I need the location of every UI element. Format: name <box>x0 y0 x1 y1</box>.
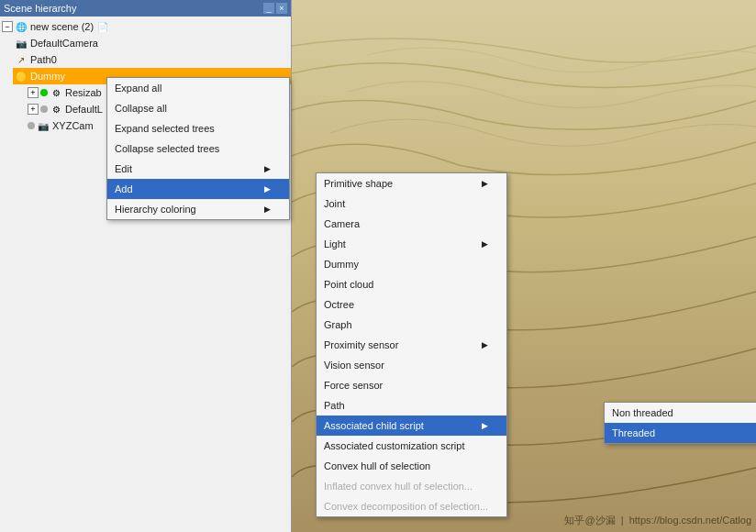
tree-item-defaultcamera[interactable]: 📷 DefaultCamera <box>13 35 291 51</box>
menu-inflated-convex-hull[interactable]: Inflated convex hull of selection... <box>317 476 506 496</box>
context-menu-3: Non threaded Threaded <box>604 402 756 444</box>
scene-icon: 🌐 <box>15 20 28 33</box>
tree-label-defaultl: DefaultL <box>65 104 103 115</box>
menu-edit-arrow: ▶ <box>264 164 271 173</box>
tree-label-resizab: Resizab <box>65 87 102 98</box>
menu-convex-hull[interactable]: Convex hull of selection <box>317 456 506 476</box>
xyzcam-icon: 📷 <box>37 119 50 132</box>
status-dot-defaultl <box>40 105 48 113</box>
menu-edit[interactable]: Edit ▶ <box>107 159 289 179</box>
menu-camera[interactable]: Camera <box>317 214 506 234</box>
scene-file-icon: 📄 <box>97 22 108 32</box>
watermark-url: https://blog.csdn.net/Catlog <box>629 515 751 526</box>
menu-convex-decomposition[interactable]: Convex decomposition of selection... <box>317 496 506 516</box>
menu-primitive-shape[interactable]: Primitive shape ▶ <box>317 173 506 194</box>
menu-light-arrow: ▶ <box>482 239 488 249</box>
menu-force-sensor[interactable]: Force sensor <box>317 375 506 395</box>
dummy-icon: 🟡 <box>15 70 28 83</box>
tree-item-path0[interactable]: ↗ Path0 <box>13 51 291 68</box>
defaultl-icon: ⚙ <box>50 103 62 116</box>
camera-icon: 📷 <box>15 37 28 50</box>
status-dot-resizab <box>40 89 48 96</box>
context-menu-2: Primitive shape ▶ Joint Camera Light ▶ D… <box>316 172 507 517</box>
menu-light[interactable]: Light ▶ <box>317 234 506 254</box>
menu-associated-customization-script[interactable]: Associated customization script <box>317 436 506 456</box>
menu-hierarchy-arrow: ▶ <box>264 205 271 214</box>
menu-octree[interactable]: Octree <box>317 294 506 315</box>
menu-hierarchy-coloring[interactable]: Hierarchy coloring ▶ <box>107 199 289 219</box>
menu-threaded[interactable]: Threaded <box>605 423 756 443</box>
close-button[interactable]: × <box>276 3 287 14</box>
tree-label-dummy: Dummy <box>30 71 65 82</box>
menu-add-arrow: ▶ <box>264 184 271 194</box>
menu-graph[interactable]: Graph <box>317 315 506 335</box>
menu-vision-sensor[interactable]: Vision sensor <box>317 355 506 375</box>
tree-root-label: new scene (2) <box>30 21 94 32</box>
status-dot-xyzcam <box>28 122 35 129</box>
menu-associated-child-script[interactable]: Associated child script ▶ <box>317 416 506 436</box>
expand-btn-defaultl[interactable]: + <box>28 104 39 115</box>
menu-add[interactable]: Add ▶ <box>107 179 289 199</box>
tree-label-path0: Path0 <box>30 54 57 65</box>
tree-root[interactable]: − 🌐 new scene (2) 📄 <box>0 18 291 35</box>
expand-btn-root[interactable]: − <box>2 21 13 32</box>
context-menu-1: Expand all Collapse all Expand selected … <box>106 77 290 220</box>
tree-label-xyzcam: XYZCam <box>52 120 94 131</box>
menu-path[interactable]: Path <box>317 395 506 416</box>
menu-proximity-sensor[interactable]: Proximity sensor ▶ <box>317 335 506 355</box>
minimize-button[interactable]: _ <box>263 3 274 14</box>
path-icon: ↗ <box>15 53 28 66</box>
menu-primitive-arrow: ▶ <box>482 179 488 188</box>
scene-title: Scene hierarchy <box>4 3 77 14</box>
menu-child-script-arrow: ▶ <box>482 421 488 430</box>
tree-label-defaultcamera: DefaultCamera <box>30 38 98 49</box>
menu-expand-selected[interactable]: Expand selected trees <box>107 118 289 139</box>
menu-point-cloud[interactable]: Point cloud <box>317 274 506 294</box>
menu-dummy[interactable]: Dummy <box>317 254 506 274</box>
watermark: 知乎@沙漏 | https://blog.csdn.net/Catlog <box>564 514 751 527</box>
expand-btn-resizab[interactable]: + <box>28 87 39 98</box>
menu-expand-all[interactable]: Expand all <box>107 78 289 98</box>
menu-proximity-arrow: ▶ <box>482 340 488 349</box>
resizab-icon: ⚙ <box>50 86 62 99</box>
scene-title-bar: Scene hierarchy _ × <box>0 0 291 17</box>
menu-joint[interactable]: Joint <box>317 194 506 214</box>
menu-non-threaded[interactable]: Non threaded <box>605 403 756 423</box>
menu-collapse-selected[interactable]: Collapse selected trees <box>107 139 289 159</box>
menu-collapse-all[interactable]: Collapse all <box>107 98 289 118</box>
